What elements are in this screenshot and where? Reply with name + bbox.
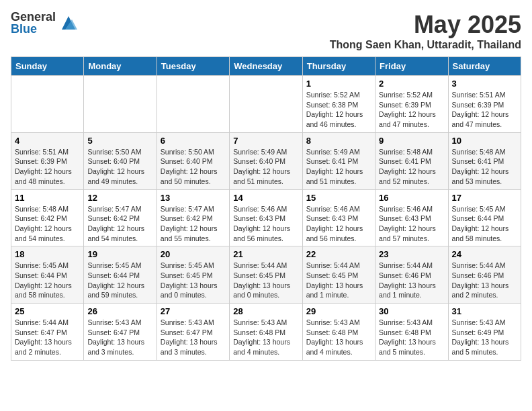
calendar-table: SundayMondayTuesdayWednesdayThursdayFrid…: [11, 56, 521, 361]
day-info: Sunrise: 5:43 AM Sunset: 6:48 PM Dayligh…: [233, 318, 298, 357]
day-number: 2: [379, 79, 444, 89]
day-info: Sunrise: 5:49 AM Sunset: 6:40 PM Dayligh…: [233, 147, 298, 187]
page-header: General Blue May 2025 Thong Saen Khan, U…: [11, 11, 521, 51]
calendar-cell: 28Sunrise: 5:43 AM Sunset: 6:48 PM Dayli…: [230, 304, 302, 361]
day-number: 9: [379, 136, 444, 146]
day-header-wednesday: Wednesday: [230, 57, 302, 76]
calendar-cell: 21Sunrise: 5:44 AM Sunset: 6:45 PM Dayli…: [230, 246, 302, 304]
day-info: Sunrise: 5:43 AM Sunset: 6:48 PM Dayligh…: [379, 318, 444, 357]
calendar-cell: 12Sunrise: 5:47 AM Sunset: 6:42 PM Dayli…: [84, 189, 157, 246]
calendar-cell: 10Sunrise: 5:48 AM Sunset: 6:41 PM Dayli…: [448, 132, 521, 189]
day-info: Sunrise: 5:52 AM Sunset: 6:38 PM Dayligh…: [306, 90, 371, 130]
day-info: Sunrise: 5:46 AM Sunset: 6:43 PM Dayligh…: [306, 204, 371, 244]
day-number: 5: [87, 136, 152, 146]
day-number: 19: [87, 249, 152, 259]
logo-general: General: [11, 11, 56, 23]
calendar-cell: 8Sunrise: 5:49 AM Sunset: 6:41 PM Daylig…: [302, 132, 375, 189]
calendar-cell: 14Sunrise: 5:46 AM Sunset: 6:43 PM Dayli…: [230, 189, 302, 246]
day-info: Sunrise: 5:46 AM Sunset: 6:43 PM Dayligh…: [233, 204, 298, 244]
calendar-cell: 2Sunrise: 5:52 AM Sunset: 6:39 PM Daylig…: [375, 76, 448, 133]
day-number: 22: [306, 249, 371, 259]
location-title: Thong Saen Khan, Uttaradit, Thailand: [330, 39, 521, 51]
calendar-cell: 30Sunrise: 5:43 AM Sunset: 6:48 PM Dayli…: [375, 304, 448, 361]
day-number: 10: [452, 136, 517, 146]
day-info: Sunrise: 5:43 AM Sunset: 6:47 PM Dayligh…: [87, 318, 152, 357]
day-number: 16: [379, 193, 444, 203]
day-number: 13: [161, 193, 226, 203]
day-info: Sunrise: 5:44 AM Sunset: 6:47 PM Dayligh…: [15, 318, 80, 357]
day-number: 15: [306, 193, 371, 203]
calendar-cell: 11Sunrise: 5:48 AM Sunset: 6:42 PM Dayli…: [11, 189, 84, 246]
title-area: May 2025 Thong Saen Khan, Uttaradit, Tha…: [330, 11, 521, 51]
day-number: 24: [452, 249, 517, 259]
day-header-monday: Monday: [84, 57, 157, 76]
day-number: 27: [161, 306, 226, 316]
calendar-cell: [11, 76, 84, 133]
day-info: Sunrise: 5:51 AM Sunset: 6:39 PM Dayligh…: [15, 147, 80, 187]
calendar-cell: 9Sunrise: 5:48 AM Sunset: 6:41 PM Daylig…: [375, 132, 448, 189]
day-info: Sunrise: 5:44 AM Sunset: 6:45 PM Dayligh…: [233, 261, 298, 300]
day-info: Sunrise: 5:50 AM Sunset: 6:40 PM Dayligh…: [87, 147, 152, 187]
day-number: 21: [233, 249, 298, 259]
calendar-cell: 5Sunrise: 5:50 AM Sunset: 6:40 PM Daylig…: [84, 132, 157, 189]
day-number: 25: [15, 306, 80, 316]
day-header-tuesday: Tuesday: [157, 57, 229, 76]
calendar-cell: [84, 76, 157, 133]
day-number: 8: [306, 136, 371, 146]
calendar-cell: 3Sunrise: 5:51 AM Sunset: 6:39 PM Daylig…: [448, 76, 521, 133]
day-info: Sunrise: 5:45 AM Sunset: 6:44 PM Dayligh…: [15, 261, 80, 300]
calendar-cell: 6Sunrise: 5:50 AM Sunset: 6:40 PM Daylig…: [157, 132, 229, 189]
day-info: Sunrise: 5:45 AM Sunset: 6:44 PM Dayligh…: [452, 204, 517, 244]
day-header-friday: Friday: [375, 57, 448, 76]
day-number: 1: [306, 79, 371, 89]
day-number: 18: [15, 249, 80, 259]
logo-blue: Blue: [11, 23, 56, 35]
day-number: 28: [233, 306, 298, 316]
calendar-cell: 20Sunrise: 5:45 AM Sunset: 6:45 PM Dayli…: [157, 246, 229, 304]
day-number: 17: [452, 193, 517, 203]
day-header-sunday: Sunday: [11, 57, 84, 76]
logo-icon: [58, 13, 79, 33]
calendar-cell: 13Sunrise: 5:47 AM Sunset: 6:42 PM Dayli…: [157, 189, 229, 246]
day-info: Sunrise: 5:46 AM Sunset: 6:43 PM Dayligh…: [379, 204, 444, 244]
calendar-cell: 25Sunrise: 5:44 AM Sunset: 6:47 PM Dayli…: [11, 304, 84, 361]
calendar-cell: 27Sunrise: 5:43 AM Sunset: 6:47 PM Dayli…: [157, 304, 229, 361]
calendar-cell: 24Sunrise: 5:44 AM Sunset: 6:46 PM Dayli…: [448, 246, 521, 304]
calendar-cell: 16Sunrise: 5:46 AM Sunset: 6:43 PM Dayli…: [375, 189, 448, 246]
day-info: Sunrise: 5:48 AM Sunset: 6:41 PM Dayligh…: [379, 147, 444, 187]
day-info: Sunrise: 5:45 AM Sunset: 6:45 PM Dayligh…: [161, 261, 226, 300]
day-info: Sunrise: 5:49 AM Sunset: 6:41 PM Dayligh…: [306, 147, 371, 187]
calendar-cell: 15Sunrise: 5:46 AM Sunset: 6:43 PM Dayli…: [302, 189, 375, 246]
calendar-week-4: 18Sunrise: 5:45 AM Sunset: 6:44 PM Dayli…: [11, 246, 521, 304]
calendar-cell: 29Sunrise: 5:43 AM Sunset: 6:48 PM Dayli…: [302, 304, 375, 361]
calendar-cell: [230, 76, 302, 133]
day-info: Sunrise: 5:51 AM Sunset: 6:39 PM Dayligh…: [452, 90, 517, 130]
day-number: 3: [452, 79, 517, 89]
logo: General Blue: [11, 11, 79, 35]
day-number: 12: [87, 193, 152, 203]
day-info: Sunrise: 5:44 AM Sunset: 6:46 PM Dayligh…: [379, 261, 444, 300]
day-number: 29: [306, 306, 371, 316]
day-header-saturday: Saturday: [448, 57, 521, 76]
day-info: Sunrise: 5:44 AM Sunset: 6:46 PM Dayligh…: [452, 261, 517, 300]
day-info: Sunrise: 5:48 AM Sunset: 6:41 PM Dayligh…: [452, 147, 517, 187]
calendar-cell: 4Sunrise: 5:51 AM Sunset: 6:39 PM Daylig…: [11, 132, 84, 189]
calendar-cell: 31Sunrise: 5:43 AM Sunset: 6:49 PM Dayli…: [448, 304, 521, 361]
calendar-cell: 19Sunrise: 5:45 AM Sunset: 6:44 PM Dayli…: [84, 246, 157, 304]
calendar-cell: 1Sunrise: 5:52 AM Sunset: 6:38 PM Daylig…: [302, 76, 375, 133]
day-info: Sunrise: 5:45 AM Sunset: 6:44 PM Dayligh…: [87, 261, 152, 300]
month-title: May 2025: [330, 11, 521, 39]
calendar-cell: 26Sunrise: 5:43 AM Sunset: 6:47 PM Dayli…: [84, 304, 157, 361]
day-number: 4: [15, 136, 80, 146]
day-info: Sunrise: 5:43 AM Sunset: 6:47 PM Dayligh…: [161, 318, 226, 357]
calendar-cell: 23Sunrise: 5:44 AM Sunset: 6:46 PM Dayli…: [375, 246, 448, 304]
calendar-week-2: 4Sunrise: 5:51 AM Sunset: 6:39 PM Daylig…: [11, 132, 521, 189]
calendar-cell: 17Sunrise: 5:45 AM Sunset: 6:44 PM Dayli…: [448, 189, 521, 246]
day-header-thursday: Thursday: [302, 57, 375, 76]
day-info: Sunrise: 5:47 AM Sunset: 6:42 PM Dayligh…: [161, 204, 226, 244]
calendar-cell: [157, 76, 229, 133]
day-number: 7: [233, 136, 298, 146]
day-info: Sunrise: 5:50 AM Sunset: 6:40 PM Dayligh…: [161, 147, 226, 187]
day-number: 14: [233, 193, 298, 203]
day-number: 20: [161, 249, 226, 259]
